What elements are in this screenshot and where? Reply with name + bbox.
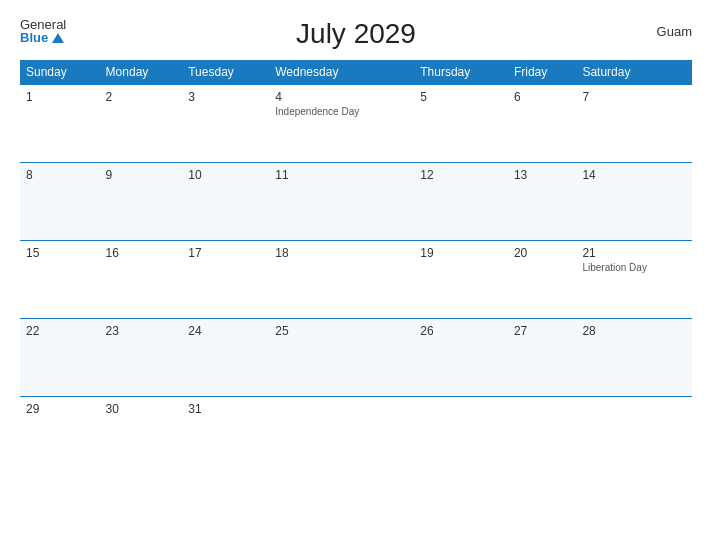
calendar-cell: 16: [100, 241, 183, 319]
calendar-cell: 4Independence Day: [269, 85, 414, 163]
calendar-cell: 29: [20, 397, 100, 475]
calendar-cell: 8: [20, 163, 100, 241]
holiday-name: Independence Day: [275, 106, 408, 117]
day-number: 1: [26, 90, 94, 104]
calendar-cell: [269, 397, 414, 475]
day-number: 10: [188, 168, 263, 182]
weekday-header-row: Sunday Monday Tuesday Wednesday Thursday…: [20, 60, 692, 85]
day-number: 21: [582, 246, 686, 260]
day-number: 16: [106, 246, 177, 260]
header-row: General Blue July 2029 Guam: [20, 18, 692, 50]
calendar-cell: 30: [100, 397, 183, 475]
calendar-cell: 18: [269, 241, 414, 319]
calendar-cell: 28: [576, 319, 692, 397]
calendar-cell: 6: [508, 85, 577, 163]
day-number: 5: [420, 90, 502, 104]
day-number: 2: [106, 90, 177, 104]
day-number: 31: [188, 402, 263, 416]
calendar-cell: 21Liberation Day: [576, 241, 692, 319]
calendar-week-row: 891011121314: [20, 163, 692, 241]
day-number: 27: [514, 324, 571, 338]
calendar-cell: 23: [100, 319, 183, 397]
holiday-name: Liberation Day: [582, 262, 686, 273]
calendar-cell: 12: [414, 163, 508, 241]
calendar-cell: 13: [508, 163, 577, 241]
calendar-cell: 17: [182, 241, 269, 319]
day-number: 8: [26, 168, 94, 182]
logo-blue-text: Blue: [20, 31, 66, 44]
calendar-cell: 5: [414, 85, 508, 163]
calendar-cell: [414, 397, 508, 475]
calendar-cell: 19: [414, 241, 508, 319]
header-tuesday: Tuesday: [182, 60, 269, 85]
day-number: 26: [420, 324, 502, 338]
calendar-cell: 31: [182, 397, 269, 475]
day-number: 20: [514, 246, 571, 260]
day-number: 4: [275, 90, 408, 104]
calendar-cell: 26: [414, 319, 508, 397]
header-saturday: Saturday: [576, 60, 692, 85]
day-number: 3: [188, 90, 263, 104]
day-number: 13: [514, 168, 571, 182]
day-number: 30: [106, 402, 177, 416]
calendar-container: General Blue July 2029 Guam Sunday Monda…: [0, 0, 712, 550]
calendar-cell: 15: [20, 241, 100, 319]
calendar-week-row: 293031: [20, 397, 692, 475]
day-number: 9: [106, 168, 177, 182]
calendar-cell: [508, 397, 577, 475]
day-number: 12: [420, 168, 502, 182]
day-number: 29: [26, 402, 94, 416]
calendar-title: July 2029: [296, 18, 416, 50]
calendar-week-row: 15161718192021Liberation Day: [20, 241, 692, 319]
calendar-cell: 10: [182, 163, 269, 241]
day-number: 22: [26, 324, 94, 338]
day-number: 23: [106, 324, 177, 338]
calendar-cell: 9: [100, 163, 183, 241]
calendar-cell: 7: [576, 85, 692, 163]
calendar-table: Sunday Monday Tuesday Wednesday Thursday…: [20, 60, 692, 475]
day-number: 17: [188, 246, 263, 260]
header-friday: Friday: [508, 60, 577, 85]
day-number: 28: [582, 324, 686, 338]
calendar-cell: 3: [182, 85, 269, 163]
calendar-cell: 11: [269, 163, 414, 241]
day-number: 11: [275, 168, 408, 182]
calendar-cell: 27: [508, 319, 577, 397]
header-monday: Monday: [100, 60, 183, 85]
day-number: 15: [26, 246, 94, 260]
header-wednesday: Wednesday: [269, 60, 414, 85]
day-number: 6: [514, 90, 571, 104]
calendar-week-row: 22232425262728: [20, 319, 692, 397]
calendar-cell: 1: [20, 85, 100, 163]
country-label: Guam: [657, 24, 692, 39]
calendar-cell: 22: [20, 319, 100, 397]
calendar-cell: 14: [576, 163, 692, 241]
day-number: 7: [582, 90, 686, 104]
day-number: 25: [275, 324, 408, 338]
day-number: 19: [420, 246, 502, 260]
calendar-cell: [576, 397, 692, 475]
calendar-cell: 24: [182, 319, 269, 397]
calendar-cell: 2: [100, 85, 183, 163]
day-number: 24: [188, 324, 263, 338]
calendar-cell: 20: [508, 241, 577, 319]
logo-triangle-icon: [52, 33, 64, 43]
day-number: 14: [582, 168, 686, 182]
calendar-week-row: 1234Independence Day567: [20, 85, 692, 163]
header-sunday: Sunday: [20, 60, 100, 85]
calendar-cell: 25: [269, 319, 414, 397]
day-number: 18: [275, 246, 408, 260]
header-thursday: Thursday: [414, 60, 508, 85]
logo: General Blue: [20, 18, 66, 44]
